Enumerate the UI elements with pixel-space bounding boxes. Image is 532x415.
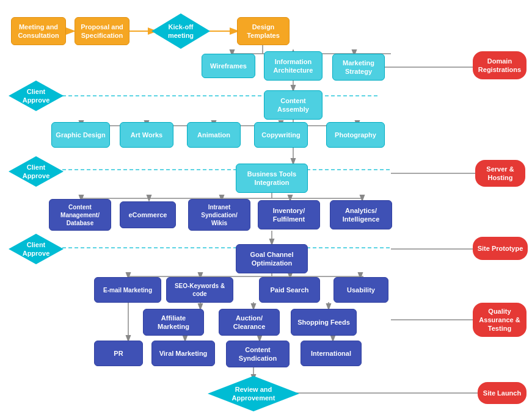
art-works-node: Art Works — [120, 122, 173, 148]
server-hosting-node: Server &Hosting — [475, 160, 525, 187]
cms-node: ContentManagement/Database — [49, 199, 111, 231]
kickoff-node: Kick-offmeeting — [151, 13, 210, 49]
client-approve-3: ClientApprove — [9, 234, 64, 264]
client-approve-1: ClientApprove — [9, 81, 64, 111]
marketing-strategy-node: MarketingStrategy — [332, 54, 385, 81]
diagram: Meeting andConsultation Proposal andSpec… — [0, 0, 532, 415]
copywriting-node: Copywriting — [254, 122, 308, 148]
usability-node: Usability — [333, 277, 388, 303]
client-approve-2: ClientApprove — [9, 156, 64, 187]
info-arch-node: InformationArchitecture — [264, 51, 322, 81]
graphic-design-node: Graphic Design — [51, 122, 110, 148]
site-prototype-node: Site Prototype — [473, 237, 528, 260]
proposal-node: Proposal andSpecification — [75, 17, 129, 45]
inventory-node: Inventory/Fulfilment — [258, 200, 320, 229]
meeting-node: Meeting andConsultation — [11, 17, 66, 45]
photography-node: Photography — [326, 122, 385, 148]
viral-mktg-node: Viral Marketing — [151, 341, 215, 366]
review-node: Review andApprovement — [208, 376, 299, 411]
animation-node: Animation — [187, 122, 241, 148]
domain-reg-node: DomainRegistrations — [473, 51, 527, 79]
pr-node: PR — [94, 341, 143, 366]
international-node: International — [301, 341, 362, 366]
content-syndication-node: ContentSyndication — [226, 341, 290, 367]
seo-node: SEO-Keywords &code — [166, 277, 233, 303]
ecommerce-node: eCommerce — [120, 201, 176, 228]
qa-testing-node: QualityAssurance &Testing — [473, 303, 527, 337]
design-templates-node: DesignTemplates — [237, 17, 290, 45]
affiliate-node: AffiliateMarketing — [143, 309, 204, 336]
biz-tools-node: Business ToolsIntegration — [236, 164, 308, 193]
site-launch-node: Site Launch — [478, 382, 527, 404]
email-mktg-node: E-mail Marketing — [94, 277, 161, 303]
goal-channel-node: Goal ChannelOptimization — [236, 244, 308, 273]
paid-search-node: Paid Search — [259, 277, 320, 303]
wireframes-node: Wireframes — [202, 54, 255, 78]
intranet-node: IntranetSyndication/Wikis — [188, 199, 250, 231]
shopping-feeds-node: Shopping Feeds — [291, 309, 357, 336]
analytics-node: Analytics/Intelligence — [330, 200, 392, 229]
auction-node: Auction/Clearance — [219, 309, 280, 336]
content-assembly-node: ContentAssembly — [264, 90, 322, 120]
